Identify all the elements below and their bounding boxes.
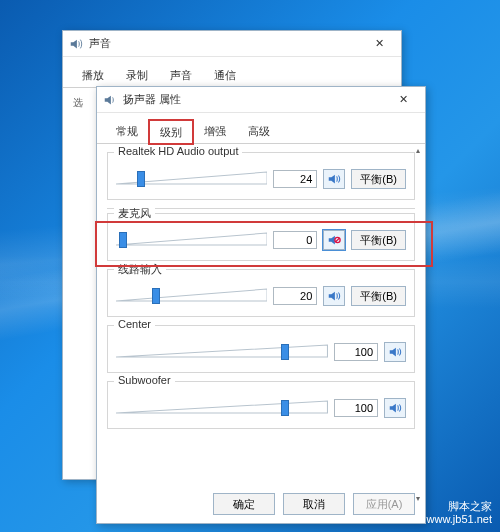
ok-button[interactable]: 确定 [213, 493, 275, 515]
channel-4: Subwoofer100 [107, 381, 415, 429]
watermark: 脚本之家 www.jb51.net [427, 500, 492, 526]
volume-slider[interactable] [116, 170, 267, 188]
channel-label: Realtek HD Audio output [114, 145, 242, 157]
mute-button[interactable] [323, 230, 345, 250]
tabs-back: 播放 录制 声音 通信 [63, 57, 401, 88]
titlebar-front: 扬声器 属性 ✕ [97, 87, 425, 113]
balance-button[interactable]: 平衡(B) [351, 230, 406, 250]
close-button-back[interactable]: ✕ [363, 34, 395, 54]
title-back: 声音 [89, 36, 363, 51]
volume-value[interactable]: 0 [273, 231, 317, 249]
channel-0: Realtek HD Audio output24平衡(B) [107, 152, 415, 200]
tab-playback[interactable]: 播放 [71, 63, 115, 87]
mute-button[interactable] [323, 169, 345, 189]
apply-button[interactable]: 应用(A) [353, 493, 415, 515]
tab-general[interactable]: 常规 [105, 119, 149, 143]
close-button-front[interactable]: ✕ [387, 90, 419, 110]
svg-marker-5 [116, 345, 328, 357]
tab-enhance[interactable]: 增强 [193, 119, 237, 143]
volume-slider[interactable] [116, 399, 328, 417]
dialog-buttons: 确定 取消 应用(A) [213, 493, 415, 515]
speaker-icon [103, 93, 117, 107]
volume-value[interactable]: 20 [273, 287, 317, 305]
channel-label: Subwoofer [114, 374, 175, 386]
tab-sound[interactable]: 声音 [159, 63, 203, 87]
channel-label: 线路输入 [114, 262, 166, 277]
mute-button[interactable] [323, 286, 345, 306]
tab-comm[interactable]: 通信 [203, 63, 247, 87]
channel-label: 麦克风 [114, 206, 155, 221]
channel-2: 线路输入20平衡(B) [107, 269, 415, 317]
channel-label: Center [114, 318, 155, 330]
tab-record[interactable]: 录制 [115, 63, 159, 87]
volume-slider[interactable] [116, 287, 267, 305]
balance-button[interactable]: 平衡(B) [351, 286, 406, 306]
svg-marker-6 [116, 401, 328, 413]
svg-line-3 [336, 238, 340, 242]
volume-value[interactable]: 100 [334, 399, 378, 417]
speaker-icon [69, 37, 83, 51]
tab-advanced[interactable]: 高级 [237, 119, 281, 143]
svg-marker-4 [116, 289, 267, 301]
speaker-properties-window: 扬声器 属性 ✕ 常规 级别 增强 高级 Realtek HD Audio ou… [96, 86, 426, 524]
volume-value[interactable]: 100 [334, 343, 378, 361]
titlebar-back: 声音 ✕ [63, 31, 401, 57]
balance-button[interactable]: 平衡(B) [351, 169, 406, 189]
mute-button[interactable] [384, 342, 406, 362]
tabs-front: 常规 级别 增强 高级 [97, 113, 425, 144]
body-front: Realtek HD Audio output24平衡(B)麦克风0平衡(B)线… [97, 144, 425, 504]
cancel-button[interactable]: 取消 [283, 493, 345, 515]
volume-value[interactable]: 24 [273, 170, 317, 188]
volume-slider[interactable] [116, 231, 267, 249]
scroll-up[interactable]: ▴ [413, 146, 423, 154]
channel-1: 麦克风0平衡(B) [107, 213, 415, 261]
volume-slider[interactable] [116, 343, 328, 361]
svg-marker-1 [116, 233, 267, 245]
mute-button[interactable] [384, 398, 406, 418]
title-front: 扬声器 属性 [123, 92, 387, 107]
tab-levels[interactable]: 级别 [149, 120, 193, 144]
channel-3: Center100 [107, 325, 415, 373]
